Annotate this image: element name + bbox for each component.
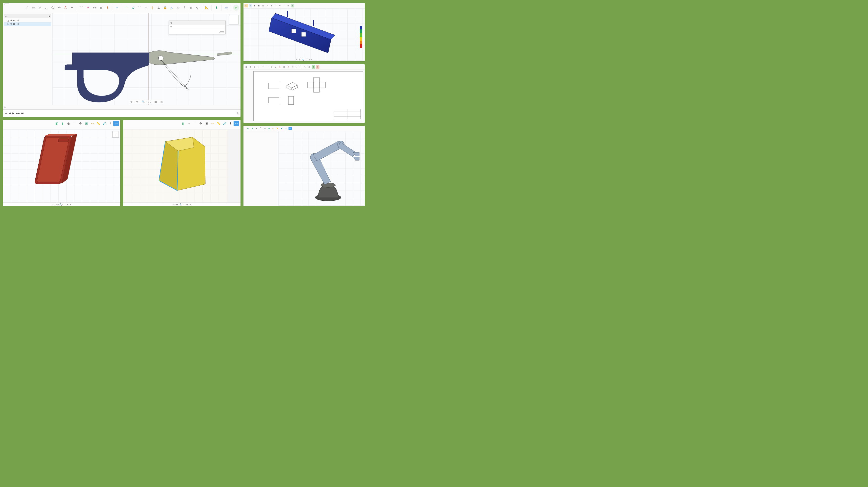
- panel-drawing: ▦✥⊕ ○⌒↔ ⊘∡ℛ ▤AⒶ ↗╬✎ ▥⬆⬇: [244, 64, 365, 123]
- finish-icon[interactable]: ✔: [233, 5, 239, 11]
- paint-b-icon[interactable]: 🖌: [222, 121, 227, 126]
- constraint-mid-icon[interactable]: △: [169, 5, 174, 10]
- tool-mirror-icon[interactable]: ▥: [98, 5, 104, 10]
- settings-gear-icon[interactable]: ⚙: [17, 19, 19, 22]
- tool-spline-icon[interactable]: 〰: [56, 5, 62, 10]
- constraint-equal-icon[interactable]: =: [143, 5, 149, 10]
- tool-project-icon[interactable]: ⬇: [105, 5, 110, 10]
- tool-point-icon[interactable]: ＋: [69, 5, 75, 10]
- constraint-curv-icon[interactable]: ∿: [194, 5, 200, 10]
- browser-pin-icon[interactable]: ●: [49, 15, 50, 17]
- case-canvas[interactable]: ◱: [3, 130, 120, 203]
- comment-input[interactable]: [7, 106, 22, 109]
- fea-canvas[interactable]: ⟲ · ✥ · 🔍 · ⛶ · ▦ · ▭: [244, 8, 365, 61]
- feature-dialog: [227, 130, 241, 203]
- tool-select-icon[interactable]: ▭: [223, 5, 229, 10]
- view-icon[interactable]: ▭: [160, 100, 162, 103]
- move-b-icon[interactable]: ✥: [198, 121, 204, 126]
- block-canvas[interactable]: ◱: [123, 130, 241, 203]
- constraint-sym-icon[interactable]: ▥: [188, 5, 193, 10]
- construct-b-icon[interactable]: ▭: [210, 121, 215, 126]
- tool-line-icon[interactable]: ／: [24, 5, 30, 10]
- tl-play-icon[interactable]: ▶: [12, 112, 14, 115]
- tool-trim-icon[interactable]: ✂: [85, 5, 91, 10]
- inspect-icon[interactable]: 📏: [95, 121, 101, 126]
- svg-point-0: [158, 56, 163, 61]
- browser-doc-root[interactable]: ◢ 👁 🗎 ⚙: [4, 19, 51, 22]
- svg-rect-7: [301, 32, 306, 37]
- assy-b-icon[interactable]: ▣: [204, 121, 209, 126]
- workspace-dropdown[interactable]: [4, 3, 9, 5]
- nav-toolbar[interactable]: ⟲· ✥· 🔍· ⛶· ▦· ▭: [129, 100, 164, 104]
- finish-sketch-button[interactable]: [219, 31, 224, 33]
- extrude-icon[interactable]: ▮: [60, 121, 65, 126]
- tool-arc-icon[interactable]: ◡: [43, 5, 49, 10]
- constraint-tangent-icon[interactable]: ⌒: [137, 5, 142, 10]
- fillet-b-icon[interactable]: ⌒: [192, 121, 197, 126]
- flat-pattern: [306, 78, 328, 97]
- construct-icon[interactable]: ▭: [90, 121, 95, 126]
- tl-end-icon[interactable]: ⏭: [21, 112, 24, 115]
- tl-prev-icon[interactable]: ◀: [9, 112, 11, 115]
- tool-polygon-icon[interactable]: ⬠: [50, 5, 55, 10]
- tool-circle-icon[interactable]: ○: [37, 5, 42, 10]
- zoom-icon[interactable]: 🔍: [142, 100, 145, 103]
- tool-measure-icon[interactable]: 📐: [204, 5, 210, 10]
- mini-nav-a[interactable]: ⟲ · ✥ · 🔍 · ⛶ · ▦ · ▭: [3, 203, 120, 206]
- main-toolbar: ／ ▭ ○ ◡ ⬠ 〰 A ＋ ⌒ ✂ ⫘ ▥ ⬇ ↔ ― ⊙ ⌒ = ∥ ⊥ …: [3, 3, 241, 12]
- mini-toolbar-a: ◧ ▮ ◐ ⌒ ✥ ▣ ▭ 📏 🖌 ⬇ ▭: [3, 120, 120, 127]
- tool-text-icon[interactable]: A: [63, 5, 68, 10]
- move-icon[interactable]: ✥: [78, 121, 83, 126]
- box-icon[interactable]: ◧: [54, 121, 59, 126]
- gear-icon: ✿: [170, 22, 173, 24]
- extrude-b-icon[interactable]: ▮: [180, 121, 186, 126]
- constraint-parallel-icon[interactable]: ∥: [150, 5, 155, 10]
- assy-icon[interactable]: ▣: [84, 121, 89, 126]
- constraint-coinc-icon[interactable]: ⊙: [130, 5, 136, 10]
- drawing-body[interactable]: [244, 70, 365, 123]
- sketch-canvas[interactable]: ✿ ▾ ⟲· ✥· 🔍· ⛶· ▦· ▭: [53, 13, 241, 105]
- constraint-colin-icon[interactable]: ⋮: [182, 5, 187, 10]
- select-b-icon[interactable]: ▭: [234, 121, 239, 126]
- tl-start-icon[interactable]: ⏮: [5, 112, 7, 115]
- paint-icon[interactable]: 🖌: [101, 121, 107, 126]
- insert-b-icon[interactable]: ⬇: [228, 121, 233, 126]
- viewcube[interactable]: [229, 15, 239, 25]
- inspect-b-icon[interactable]: 📏: [216, 121, 221, 126]
- tool-offset-icon[interactable]: ⫘: [92, 5, 97, 10]
- display-icon[interactable]: ▦: [154, 100, 157, 103]
- yellow-block-model: [148, 133, 212, 197]
- fillet-icon[interactable]: ⌒: [72, 121, 77, 126]
- title-block: [334, 109, 361, 119]
- viewcube-a[interactable]: ◱: [112, 131, 119, 138]
- fit-icon[interactable]: ⛶: [148, 100, 151, 103]
- orbit-icon[interactable]: ⟲: [130, 100, 132, 103]
- sweep-icon[interactable]: ∿: [186, 121, 191, 126]
- palette-header[interactable]: ✿: [169, 21, 225, 25]
- robot-canvas[interactable]: ⟲ · ✥ · 🔍 · ⛶ · ▦ · ▭: [279, 131, 365, 206]
- pan-icon[interactable]: ✥: [136, 100, 138, 103]
- sketch-palette: ✿ ▾: [169, 21, 226, 34]
- tool-rect-icon[interactable]: ▭: [31, 5, 36, 10]
- insert-icon[interactable]: ⬇: [107, 121, 113, 126]
- constraint-lock-icon[interactable]: 🔒: [162, 5, 168, 10]
- select-icon[interactable]: ▭: [113, 121, 119, 126]
- tool-fillet-icon[interactable]: ⌒: [79, 5, 84, 10]
- drawing-toolbar: ▦✥⊕ ○⌒↔ ⊘∡ℛ ▤AⒶ ↗╬✎ ▥⬆⬇: [244, 64, 365, 70]
- constraint-conc-icon[interactable]: ◎: [175, 5, 181, 10]
- timeline-controls[interactable]: ⏮ ◀ ▶ ▶▶ ⏭: [5, 112, 24, 115]
- browser-item-selected[interactable]: ▷ 👁 ▦ ⊙: [4, 22, 51, 26]
- browser-header[interactable]: ◂ ●: [4, 14, 51, 18]
- tool-insert-icon[interactable]: ⬇: [214, 5, 219, 10]
- main-panel-sketch-scissors: ／ ▭ ○ ◡ ⬠ 〰 A ＋ ⌒ ✂ ⫘ ▥ ⬇ ↔ ― ⊙ ⌒ = ∥ ⊥ …: [3, 3, 241, 117]
- svg-rect-4: [287, 11, 288, 17]
- svg-point-14: [321, 183, 336, 187]
- rev-icon[interactable]: ◐: [66, 121, 71, 126]
- constraint-perp-icon[interactable]: ⊥: [156, 5, 161, 10]
- tool-dim-icon[interactable]: ↔: [114, 5, 120, 10]
- comment-bar: ▷: [3, 105, 241, 110]
- tl-settings-icon[interactable]: ⚙: [237, 112, 239, 114]
- constraint-horiz-icon[interactable]: ―: [124, 5, 129, 10]
- mini-nav-b[interactable]: ⟲ · ✥ · 🔍 · ⛶ · ▦ · ▭: [123, 203, 241, 206]
- tl-next-icon[interactable]: ▶▶: [16, 112, 20, 115]
